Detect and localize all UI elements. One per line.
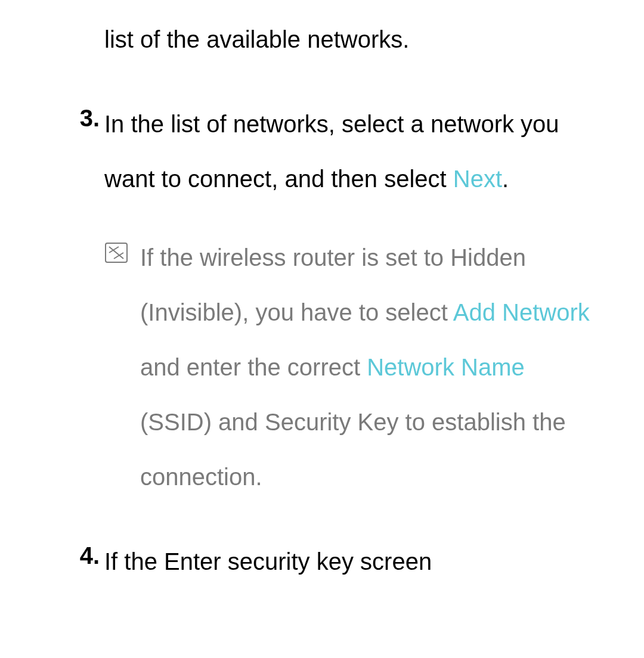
partial-text: list of the available networks.	[104, 26, 409, 52]
step-4-content: If the Enter security key screen	[104, 534, 608, 589]
note-content: If the wireless router is set to Hidden …	[140, 230, 608, 504]
note-text-2: and enter the correct	[140, 354, 367, 380]
network-name-link: Network Name	[367, 354, 525, 380]
step-3-content: In the list of networks, select a networ…	[104, 97, 608, 206]
note-icon	[104, 230, 140, 504]
partial-previous-line: list of the available networks.	[104, 18, 608, 61]
step-4-text: If the Enter security key screen	[104, 548, 432, 575]
step-3-number: 3.	[72, 97, 104, 206]
next-link: Next	[453, 166, 502, 192]
step-3: 3. In the list of networks, select a net…	[72, 97, 608, 206]
step-4: 4. If the Enter security key screen	[72, 534, 608, 589]
step-3-text-after: .	[502, 166, 509, 192]
note-block: If the wireless router is set to Hidden …	[104, 230, 608, 504]
step-4-number: 4.	[72, 534, 104, 589]
note-text-3: (SSID) and Security Key to establish the…	[140, 409, 566, 490]
add-network-link: Add Network	[453, 299, 590, 325]
